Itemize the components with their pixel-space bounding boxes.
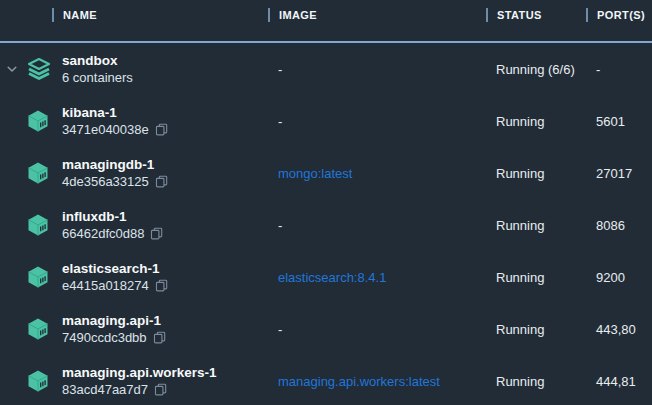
- name-cell: managing.api-1 7490ccdc3dbb: [62, 312, 268, 346]
- container-cube-icon: [26, 213, 50, 237]
- ports-text: 444,81: [586, 374, 652, 389]
- container-cube-icon: [26, 161, 50, 185]
- ports-text: -: [586, 62, 652, 77]
- expander-cell: [0, 218, 24, 232]
- container-id: 6 containers: [62, 69, 133, 86]
- name-cell: managingdb-1 4de356a33125: [62, 156, 268, 190]
- image-cell: elasticsearch:8.4.1: [268, 270, 486, 285]
- status-text: Running: [486, 270, 586, 285]
- container-subline: 6 containers: [62, 69, 268, 86]
- column-header-label: IMAGE: [279, 9, 317, 21]
- expander-cell: [0, 114, 24, 128]
- table-row[interactable]: influxdb-1 66462dfc0d88 - Running 8086: [0, 199, 652, 251]
- row-type-icon-cell: [24, 265, 62, 289]
- containers-table: NAME IMAGE STATUS PORT(S): [0, 0, 652, 405]
- container-name: managingdb-1: [62, 156, 268, 173]
- table-header: NAME IMAGE STATUS PORT(S): [0, 0, 652, 43]
- container-name: managing.api-1: [62, 312, 268, 329]
- row-type-icon-cell: [24, 369, 62, 393]
- ports-text: 27017: [586, 166, 652, 181]
- copy-icon[interactable]: [155, 279, 168, 292]
- ports-text: 9200: [586, 270, 652, 285]
- status-text: Running: [486, 322, 586, 337]
- container-id: 66462dfc0d88: [62, 225, 144, 242]
- container-id: 83acd47aa7d7: [62, 381, 148, 398]
- container-subline: 3471e040038e: [62, 121, 268, 138]
- image-name[interactable]: managing.api.workers:latest: [278, 374, 440, 389]
- chevron-down-icon[interactable]: [5, 62, 19, 76]
- container-id: 4de356a33125: [62, 173, 149, 190]
- column-header-label: STATUS: [497, 9, 542, 21]
- table-row[interactable]: managing.api-1 7490ccdc3dbb - Running 44…: [0, 303, 652, 355]
- image-cell: -: [268, 322, 486, 337]
- status-text: Running: [486, 374, 586, 389]
- container-id: 3471e040038e: [62, 121, 149, 138]
- container-cube-icon: [26, 265, 50, 289]
- table-row[interactable]: elasticsearch-1 e4415a018274 elasticsear…: [0, 251, 652, 303]
- image-name[interactable]: mongo:latest: [278, 166, 352, 181]
- image-cell: -: [268, 218, 486, 233]
- container-subline: 83acd47aa7d7: [62, 381, 268, 398]
- image-cell: mongo:latest: [268, 166, 486, 181]
- ports-text: 5601: [586, 114, 652, 129]
- container-name: sandbox: [62, 52, 268, 69]
- container-name: kibana-1: [62, 104, 268, 121]
- container-id: e4415a018274: [62, 277, 149, 294]
- table-row[interactable]: sandbox 6 containers - Running (6/6) -: [0, 43, 652, 95]
- expander-cell: [0, 62, 24, 76]
- column-header-status[interactable]: STATUS: [486, 8, 542, 22]
- row-type-icon-cell: [24, 213, 62, 237]
- container-subline: 66462dfc0d88: [62, 225, 268, 242]
- image-cell: -: [268, 114, 486, 129]
- container-name: elasticsearch-1: [62, 260, 268, 277]
- row-type-icon-cell: [24, 57, 62, 81]
- column-header-ports[interactable]: PORT(S): [586, 8, 645, 22]
- container-name: influxdb-1: [62, 208, 268, 225]
- copy-icon[interactable]: [150, 227, 163, 240]
- column-separator: [52, 8, 54, 22]
- copy-icon[interactable]: [155, 175, 168, 188]
- expander-cell: [0, 374, 24, 388]
- copy-icon[interactable]: [153, 331, 166, 344]
- ports-text: 443,80: [586, 322, 652, 337]
- copy-icon[interactable]: [154, 383, 167, 396]
- column-header-label: NAME: [63, 9, 97, 21]
- image-name: -: [278, 114, 282, 129]
- column-separator: [268, 8, 270, 22]
- container-subline: 4de356a33125: [62, 173, 268, 190]
- row-type-icon-cell: [24, 109, 62, 133]
- column-separator: [486, 8, 488, 22]
- status-text: Running (6/6): [486, 62, 586, 77]
- image-name: -: [278, 62, 282, 77]
- column-separator: [586, 8, 588, 22]
- expander-cell: [0, 270, 24, 284]
- container-name: managing.api.workers-1: [62, 364, 268, 381]
- copy-icon[interactable]: [155, 123, 168, 136]
- image-name: -: [278, 218, 282, 233]
- column-header-name[interactable]: NAME: [52, 8, 97, 22]
- table-row[interactable]: managing.api.workers-1 83acd47aa7d7 mana…: [0, 355, 652, 405]
- compose-stack-icon: [26, 57, 52, 81]
- status-text: Running: [486, 166, 586, 181]
- expander-cell: [0, 322, 24, 336]
- container-subline: e4415a018274: [62, 277, 268, 294]
- image-cell: managing.api.workers:latest: [268, 374, 486, 389]
- status-text: Running: [486, 114, 586, 129]
- expander-cell: [0, 166, 24, 180]
- row-type-icon-cell: [24, 317, 62, 341]
- container-cube-icon: [26, 109, 50, 133]
- image-name[interactable]: elasticsearch:8.4.1: [278, 270, 386, 285]
- container-cube-icon: [26, 369, 50, 393]
- column-header-image[interactable]: IMAGE: [268, 8, 317, 22]
- table-body: sandbox 6 containers - Running (6/6) -: [0, 43, 652, 405]
- table-row[interactable]: kibana-1 3471e040038e - Running 5601: [0, 95, 652, 147]
- container-subline: 7490ccdc3dbb: [62, 329, 268, 346]
- image-cell: -: [268, 62, 486, 77]
- ports-text: 8086: [586, 218, 652, 233]
- status-text: Running: [486, 218, 586, 233]
- column-header-label: PORT(S): [597, 9, 645, 21]
- container-cube-icon: [26, 317, 50, 341]
- image-name: -: [278, 322, 282, 337]
- table-row[interactable]: managingdb-1 4de356a33125 mongo:latest R…: [0, 147, 652, 199]
- name-cell: sandbox 6 containers: [62, 52, 268, 86]
